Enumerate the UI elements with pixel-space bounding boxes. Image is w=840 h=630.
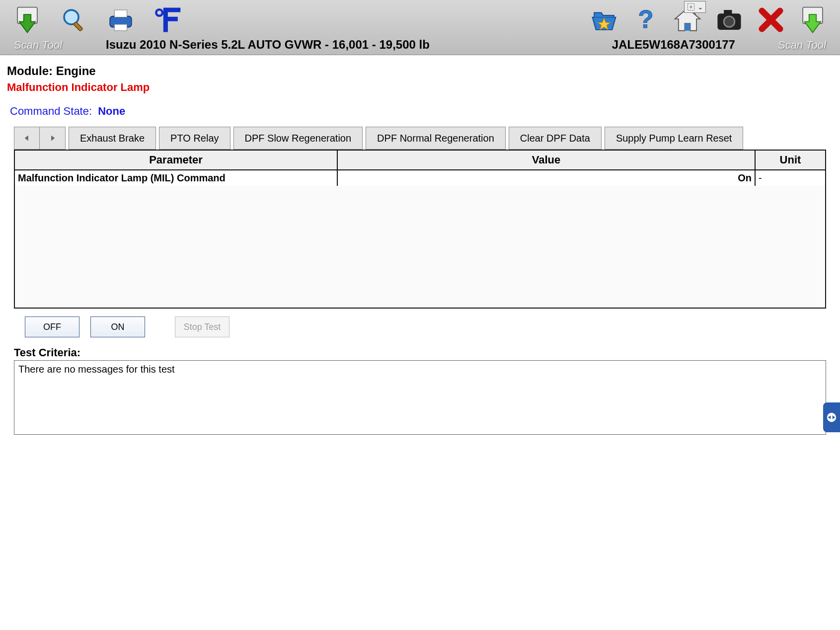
svg-rect-17 xyxy=(724,10,732,14)
snip-icon xyxy=(687,2,695,11)
arrow-left-icon xyxy=(23,135,30,142)
cell-unit: - xyxy=(756,170,825,186)
help-icon[interactable]: ? xyxy=(631,5,660,34)
tab-pto-relay[interactable]: PTO Relay xyxy=(159,127,230,150)
svg-text:?: ? xyxy=(638,5,653,33)
vin-label: JALE5W168A7300177 xyxy=(612,38,735,52)
tab-supply-pump-learn-reset[interactable]: Supply Pump Learn Reset xyxy=(605,127,743,150)
scan-tool-label-left: Scan Tool xyxy=(14,39,62,52)
col-header-value: Value xyxy=(338,151,756,170)
tab-dpf-slow-regen[interactable]: DPF Slow Regeneration xyxy=(233,127,363,150)
criteria-block: Test Criteria: There are no messages for… xyxy=(14,346,826,435)
tab-dpf-normal-regen[interactable]: DPF Normal Regeneration xyxy=(366,127,506,150)
module-line: Module: Engine xyxy=(7,64,833,78)
camera-icon[interactable] xyxy=(715,5,744,34)
table-row[interactable]: Malfunction Indicator Lamp (MIL) Command… xyxy=(15,170,825,186)
command-state-value: None xyxy=(98,105,125,117)
temperature-unit-icon[interactable] xyxy=(153,5,182,34)
criteria-message: There are no messages for this test xyxy=(18,364,175,375)
snip-tool-overlay[interactable]: ⌄ xyxy=(684,1,706,13)
module-value: Engine xyxy=(56,64,96,78)
criteria-label: Test Criteria: xyxy=(14,346,826,359)
col-header-unit: Unit xyxy=(756,151,825,170)
side-pull-tab[interactable] xyxy=(823,402,840,432)
svg-rect-14 xyxy=(685,23,689,31)
close-icon[interactable] xyxy=(757,5,785,34)
favorites-icon[interactable] xyxy=(590,5,618,34)
command-state-line: Command State: None xyxy=(10,105,833,118)
svg-rect-9 xyxy=(114,24,127,31)
command-state-label: Command State: xyxy=(10,105,92,117)
print-icon[interactable] xyxy=(106,5,135,34)
svg-point-18 xyxy=(724,16,735,27)
tabs-area: Exhaust Brake PTO Relay DPF Slow Regener… xyxy=(14,127,826,309)
svg-rect-6 xyxy=(73,22,82,31)
scan-tool-right-icon[interactable] xyxy=(798,5,827,34)
tab-nav-prev[interactable] xyxy=(14,127,40,150)
subtitle: Malfunction Indicator Lamp xyxy=(7,81,833,94)
cell-parameter: Malfunction Indicator Lamp (MIL) Command xyxy=(15,170,338,186)
tab-exhaust-brake[interactable]: Exhaust Brake xyxy=(69,127,156,150)
scan-tool-label-right: Scan Tool xyxy=(778,39,826,52)
vehicle-description: Isuzu 2010 N-Series 5.2L AUTO GVWR - 16,… xyxy=(106,38,430,52)
svg-marker-21 xyxy=(25,135,28,141)
on-button[interactable]: ON xyxy=(90,316,145,337)
col-header-parameter: Parameter xyxy=(15,151,338,170)
table-header: Parameter Value Unit xyxy=(15,151,825,170)
controls-row: OFF ON Stop Test xyxy=(25,316,826,337)
criteria-box: There are no messages for this test xyxy=(14,360,826,435)
off-button[interactable]: OFF xyxy=(25,316,79,337)
tab-clear-dpf-data[interactable]: Clear DPF Data xyxy=(509,127,602,150)
chevron-down-icon: ⌄ xyxy=(697,3,703,11)
stop-test-button: Stop Test xyxy=(175,316,229,337)
toolbar: ⌄ ? xyxy=(0,0,840,55)
svg-point-10 xyxy=(156,9,162,16)
module-label: Module: xyxy=(7,64,53,78)
cell-value: On xyxy=(338,170,756,186)
teamviewer-icon xyxy=(826,412,837,423)
scan-tool-left-icon[interactable] xyxy=(13,5,42,34)
arrow-right-icon xyxy=(49,135,56,142)
search-icon[interactable] xyxy=(60,5,88,34)
info-header: Module: Engine Malfunction Indicator Lam… xyxy=(0,55,840,122)
svg-marker-22 xyxy=(51,135,55,141)
svg-rect-8 xyxy=(114,10,127,17)
tab-nav-next[interactable] xyxy=(40,127,66,150)
data-table: Parameter Value Unit Malfunction Indicat… xyxy=(14,150,826,309)
